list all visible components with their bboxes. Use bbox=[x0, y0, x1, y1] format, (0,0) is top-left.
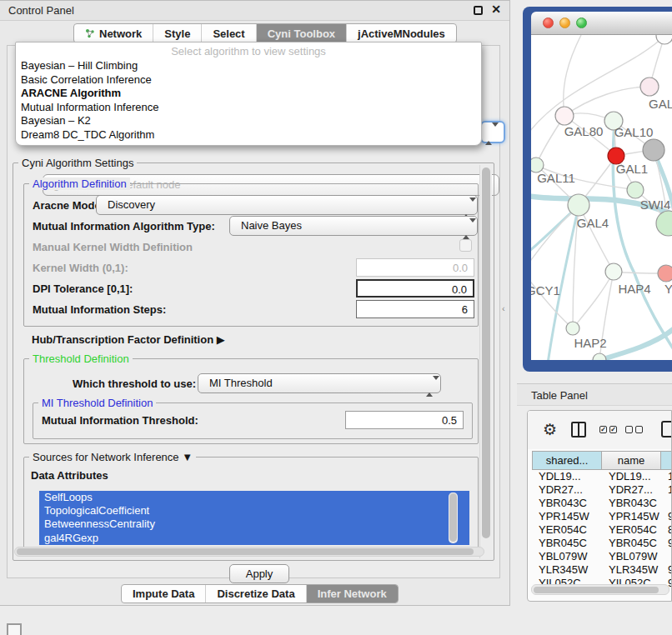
tab-select[interactable]: Select bbox=[202, 24, 256, 42]
network-node-gal4[interactable] bbox=[568, 194, 589, 216]
mi-steps-field[interactable]: 6 bbox=[356, 300, 474, 318]
network-node-gal1[interactable] bbox=[627, 182, 644, 198]
dpi-tolerance-field[interactable]: 0.0 bbox=[356, 279, 474, 298]
network-canvas[interactable]: GALGAL80GAL10GAL11GAL1SWI4GAL4GCY1HAP4YH… bbox=[531, 35, 672, 360]
mi-threshold-field[interactable]: 0.5 bbox=[345, 411, 464, 429]
mi-type-combo[interactable]: Naive Bayes bbox=[229, 216, 478, 236]
table-horizontal-scrollbar[interactable] bbox=[531, 584, 669, 595]
mi-type-label: Mutual Information Algorithm Type: bbox=[33, 220, 215, 232]
table-cell: YPR145W bbox=[532, 510, 602, 523]
tab-jactivemnodules[interactable]: jActiveMNodules bbox=[347, 24, 456, 42]
table-row[interactable]: YPR145WYPR145W9. bbox=[532, 510, 672, 523]
kernel-width-field[interactable]: 0.0 bbox=[356, 258, 474, 277]
algorithm-definition-group: Algorithm Definition Aracne Mode: Discov… bbox=[23, 183, 479, 327]
select-all-icon[interactable]: ✓✓ bbox=[599, 426, 617, 433]
hscroll-thumb[interactable] bbox=[17, 548, 474, 555]
node-label: GAL10 bbox=[614, 125, 654, 139]
table-row[interactable]: YBL079WYBL079W bbox=[532, 550, 672, 563]
table-cell: YER054C bbox=[532, 523, 602, 537]
node-label: GAL bbox=[649, 97, 672, 111]
aracne-mode-label: Aracne Mode: bbox=[33, 199, 104, 212]
network-node[interactable] bbox=[656, 35, 672, 44]
apply-button[interactable]: Apply bbox=[229, 564, 289, 583]
network-node-swi4[interactable] bbox=[656, 211, 672, 236]
deselect-all-icon[interactable] bbox=[625, 426, 643, 433]
panel-splitter-handle[interactable]: ‹ bbox=[502, 303, 505, 313]
table-cell: YBR045C bbox=[532, 537, 602, 550]
settings-scroll-thumb[interactable] bbox=[482, 168, 490, 538]
settings-horizontal-scrollbar[interactable] bbox=[14, 547, 484, 557]
algorithm-option[interactable]: Dream8 DC_TDC Algorithm bbox=[16, 128, 481, 142]
network-node-hap4[interactable] bbox=[605, 263, 622, 280]
mi-threshold-group-title: MI Threshold Definition bbox=[38, 397, 156, 409]
algorithm-option[interactable]: Bayesian – K2 bbox=[16, 114, 481, 128]
network-node-hap2[interactable] bbox=[566, 322, 579, 335]
table-row[interactable]: YBR045CYBR045C9. bbox=[532, 537, 672, 550]
tab-discretize-data[interactable]: Discretize Data bbox=[206, 585, 306, 602]
hub-section-label[interactable]: Hub/Transcription Factor Definition ▶ bbox=[32, 333, 225, 346]
aracne-mode-combo[interactable]: Discovery bbox=[96, 195, 478, 215]
which-threshold-combo[interactable]: MI Threshold bbox=[198, 373, 441, 393]
settings-vertical-scrollbar[interactable] bbox=[479, 165, 492, 558]
tab-style[interactable]: Style bbox=[153, 24, 202, 42]
network-node-gal80[interactable] bbox=[555, 107, 574, 125]
columns-icon[interactable] bbox=[571, 422, 586, 438]
column-header[interactable]: name bbox=[602, 451, 661, 470]
table-cell: YLR345W bbox=[532, 563, 602, 577]
table-row[interactable]: YLR345WYLR345W9. bbox=[532, 563, 672, 577]
expand-down-icon[interactable]: ▼ bbox=[182, 451, 193, 463]
kernel-width-label: Kernel Width (0,1): bbox=[33, 262, 128, 274]
table-row[interactable]: YDL19...YDL19...13 bbox=[532, 470, 672, 483]
zoom-window-icon[interactable] bbox=[576, 18, 587, 28]
attribute-item[interactable]: TopologicalCoefficient bbox=[39, 504, 469, 518]
attribute-item[interactable]: BetweennessCentrality bbox=[39, 518, 469, 531]
attribute-item[interactable]: gal4RGexp bbox=[39, 532, 469, 545]
data-attributes-label: Data Attributes bbox=[31, 469, 108, 482]
column-header[interactable] bbox=[661, 451, 672, 470]
table-row[interactable]: YDR27...YDR27...12 bbox=[532, 483, 672, 497]
node-label: GAL1 bbox=[616, 162, 648, 176]
threshold-definition-group: Threshold Definition Which threshold to … bbox=[23, 358, 479, 444]
algorithm-option[interactable]: ARACNE Algorithm bbox=[16, 87, 481, 101]
inference-algorithm-combo-spinner[interactable] bbox=[480, 121, 505, 143]
column-header[interactable]: shared... bbox=[532, 451, 602, 470]
attributes-scrollbar[interactable] bbox=[449, 492, 458, 543]
collapsed-panel-icon[interactable] bbox=[7, 623, 22, 635]
table-row[interactable]: YER054CYER054C8. bbox=[532, 523, 672, 537]
table-cell: 9. bbox=[661, 563, 672, 577]
algorithm-option[interactable]: Mutual Information Inference bbox=[16, 101, 481, 115]
algorithm-option[interactable]: Basic Correlation Inference bbox=[16, 73, 481, 88]
tab-label: Cyni Toolbox bbox=[268, 28, 335, 40]
algorithm-option[interactable]: Bayesian – Hill Climbing bbox=[16, 59, 481, 73]
close-icon[interactable]: ✕ bbox=[491, 2, 501, 16]
network-node-gal[interactable] bbox=[640, 78, 659, 96]
table-cell: YBL079W bbox=[602, 550, 661, 563]
table-hscroll-thumb[interactable] bbox=[534, 587, 659, 593]
attribute-item[interactable]: SelfLoops bbox=[39, 491, 469, 504]
network-graph: GALGAL80GAL10GAL11GAL1SWI4GAL4GCY1HAP4YH… bbox=[531, 35, 672, 360]
network-node[interactable] bbox=[593, 353, 606, 360]
attributes-scroll-thumb[interactable] bbox=[449, 493, 457, 542]
tab-infer-network[interactable]: Infer Network bbox=[307, 585, 398, 602]
table-rows: YDL19...YDL19...13YDR27...YDR27...12YBR0… bbox=[532, 470, 672, 590]
expand-right-icon[interactable]: ▶ bbox=[217, 333, 225, 346]
tab-network[interactable]: Network bbox=[74, 24, 153, 42]
data-attributes-list[interactable]: SelfLoopsTopologicalCoefficientBetweenne… bbox=[39, 491, 469, 545]
control-panel-titlebar: Control Panel ✕ bbox=[0, 1, 509, 21]
float-icon[interactable] bbox=[474, 6, 483, 15]
close-window-icon[interactable] bbox=[543, 18, 554, 28]
algorithm-popup-list: Bayesian – Hill ClimbingBasic Correlatio… bbox=[16, 59, 481, 142]
network-node[interactable] bbox=[643, 139, 664, 161]
mi-threshold-group: MI Threshold Definition Mutual Informati… bbox=[33, 402, 473, 439]
tab-cyni-toolbox[interactable]: Cyni Toolbox bbox=[257, 24, 347, 42]
gear-icon[interactable]: ⚙ bbox=[543, 422, 557, 438]
network-node-y[interactable] bbox=[658, 265, 672, 282]
manual-kernel-checkbox[interactable] bbox=[459, 239, 472, 252]
minimize-window-icon[interactable] bbox=[559, 18, 570, 28]
network-window: GALGAL80GAL10GAL11GAL1SWI4GAL4GCY1HAP4YH… bbox=[523, 7, 672, 372]
mi-steps-label: Mutual Information Steps: bbox=[33, 303, 166, 316]
tab-impute-data[interactable]: Impute Data bbox=[122, 585, 206, 602]
network-window-titlebar[interactable] bbox=[531, 12, 672, 35]
function-builder-icon[interactable] bbox=[661, 421, 672, 438]
table-row[interactable]: YBR043CYBR043C bbox=[532, 497, 672, 510]
